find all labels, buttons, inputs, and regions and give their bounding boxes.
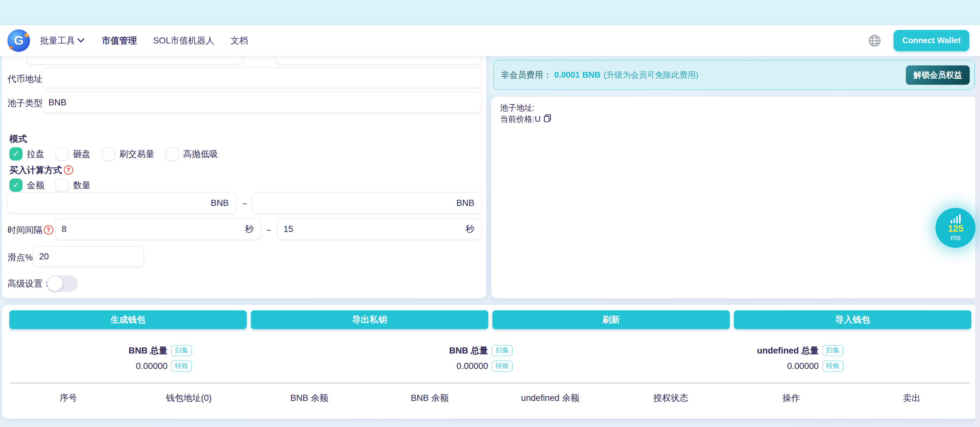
amount-min-field[interactable] xyxy=(7,192,236,214)
settings-panel: 代币地址 池子类型 模式 ✓ 拉盘 ✓ 砸盘 ✓ 刷交易量 ✓ 高抛低吸 xyxy=(2,37,486,298)
mode-option-label: 刷交易量 xyxy=(119,148,154,160)
nav-item-sol-bot[interactable]: SOL市值机器人 xyxy=(153,35,215,46)
buy-calc-title-text: 买入计算方式 xyxy=(10,164,62,176)
th-bnb-balance-2: BNB 余额 xyxy=(369,392,490,404)
amount-range-separator: ~ xyxy=(242,199,247,208)
pool-info-panel: 池子地址: 当前价格:U xyxy=(491,97,978,298)
unlock-membership-button[interactable]: 解锁会员权益 xyxy=(906,65,970,85)
help-icon[interactable]: ? xyxy=(64,165,73,175)
summary-value: 0.00000 xyxy=(457,361,488,371)
logo-dot xyxy=(10,46,13,49)
mode-option-label: 高抛低吸 xyxy=(183,148,218,160)
signal-bars-icon xyxy=(951,214,961,223)
transfer-button[interactable]: 转账 xyxy=(171,360,192,371)
amount-min-input[interactable]: BNB xyxy=(7,192,236,214)
slippage-input[interactable] xyxy=(33,246,144,267)
token-address-input[interactable] xyxy=(42,67,482,88)
th-index: 序号 xyxy=(8,392,129,404)
interval-min-field[interactable] xyxy=(55,219,261,240)
token-address-field[interactable] xyxy=(42,67,482,88)
th-bnb-balance-1: BNB 余额 xyxy=(249,392,369,404)
checkbox-icon[interactable]: ✓ xyxy=(165,147,179,160)
interval-min-input[interactable]: 秒 xyxy=(55,219,261,240)
buy-calc-option-quantity[interactable]: ✓ 数量 xyxy=(56,179,91,192)
amount-max-input[interactable]: BNB xyxy=(252,192,482,214)
interval-separator: ~ xyxy=(266,225,271,235)
batch-tools-menu[interactable]: 批量工具 xyxy=(40,35,84,46)
logo-dot xyxy=(24,33,29,38)
th-operation: 操作 xyxy=(731,392,852,404)
mode-option-swing[interactable]: ✓ 高抛低吸 xyxy=(165,147,218,160)
advanced-settings-label: 高级设置： xyxy=(7,278,51,289)
transfer-button[interactable]: 转账 xyxy=(822,360,843,371)
divider xyxy=(11,383,969,383)
buy-calc-options: ✓ 金额 ✓ 数量 xyxy=(10,179,102,192)
slippage-label: 滑点% xyxy=(7,252,33,263)
connect-wallet-button[interactable]: Connect Wallet xyxy=(894,30,969,51)
copy-icon[interactable] xyxy=(544,114,551,124)
checkbox-icon[interactable]: ✓ xyxy=(56,179,69,192)
app-logo[interactable]: G xyxy=(7,29,30,52)
wallet-action-buttons: 生成钱包 导出私钥 刷新 导入钱包 xyxy=(10,310,971,329)
nav-right: Connect Wallet xyxy=(869,30,969,51)
th-sell: 卖出 xyxy=(851,392,972,404)
nav-item-docs[interactable]: 文档 xyxy=(231,35,248,46)
amount-max-field[interactable] xyxy=(252,192,482,214)
wallets-panel: 生成钱包 导出私钥 刷新 导入钱包 BNB 总量 归集 0.00000 转账 B… xyxy=(2,305,978,419)
summary-title: BNB 总量 xyxy=(129,345,168,356)
collect-button[interactable]: 归集 xyxy=(822,345,843,356)
summary-title: undefined 总量 xyxy=(757,345,819,356)
chevron-down-icon xyxy=(77,38,84,43)
interval-max-input[interactable]: 秒 xyxy=(277,219,482,240)
top-nav: G 批量工具 市值管理 SOL市值机器人 文档 Connect Wallet xyxy=(0,25,980,56)
latency-value: 125 xyxy=(948,224,964,233)
language-globe-icon[interactable] xyxy=(869,35,881,47)
collect-button[interactable]: 归集 xyxy=(492,345,512,356)
th-wallet-address: 钱包地址(0) xyxy=(129,392,249,404)
latency-unit: ms xyxy=(951,233,961,241)
vertical-scrollbar[interactable] xyxy=(975,25,980,427)
pool-type-input[interactable] xyxy=(42,92,482,113)
buy-calc-option-label: 数量 xyxy=(73,179,91,191)
fee-label: 非会员费用： xyxy=(501,69,551,81)
summary-title: BNB 总量 xyxy=(449,345,488,356)
summary-bnb-2: BNB 总量 归集 0.00000 转账 xyxy=(449,345,512,371)
pool-type-field[interactable] xyxy=(42,92,482,113)
import-wallet-button[interactable]: 导入钱包 xyxy=(734,310,971,329)
top-background-strip xyxy=(0,0,980,25)
export-private-key-button[interactable]: 导出私钥 xyxy=(251,310,488,329)
interval-label: 时间间隔 ? xyxy=(7,224,53,236)
logo-letter: G xyxy=(14,35,24,47)
mode-option-label: 拉盘 xyxy=(27,148,44,160)
fee-banner: 非会员费用： 0.0001 BNB (升级为会员可免除此费用) 解锁会员权益 xyxy=(493,60,975,90)
summary-bnb-1: BNB 总量 归集 0.00000 转账 xyxy=(129,345,192,371)
page: 代币地址 池子类型 模式 ✓ 拉盘 ✓ 砸盘 ✓ 刷交易量 ✓ 高抛低吸 xyxy=(0,0,980,427)
checkbox-icon[interactable]: ✓ xyxy=(56,147,69,160)
summary-value: 0.00000 xyxy=(787,361,819,371)
pool-type-label: 池子类型 xyxy=(7,97,43,109)
advanced-settings-toggle[interactable] xyxy=(47,276,78,292)
latency-badge[interactable]: 125 ms xyxy=(935,208,975,248)
interval-max-field[interactable] xyxy=(277,219,482,240)
generate-wallet-button[interactable]: 生成钱包 xyxy=(10,310,247,329)
checkbox-icon[interactable]: ✓ xyxy=(102,147,115,160)
checkbox-icon[interactable]: ✓ xyxy=(10,147,22,160)
slippage-field[interactable] xyxy=(33,246,144,267)
fee-amount: 0.0001 BNB xyxy=(554,70,600,80)
collect-button[interactable]: 归集 xyxy=(171,345,192,356)
help-icon[interactable]: ? xyxy=(44,225,53,235)
th-undefined-balance: undefined 余额 xyxy=(490,392,611,404)
buy-calc-option-label: 金额 xyxy=(27,179,44,191)
mode-title: 模式 xyxy=(10,133,27,145)
refresh-button[interactable]: 刷新 xyxy=(492,310,730,329)
checkbox-icon[interactable]: ✓ xyxy=(10,179,22,192)
interval-label-text: 时间间隔 xyxy=(7,224,43,236)
transfer-button[interactable]: 转账 xyxy=(492,360,512,371)
nav-item-market-cap[interactable]: 市值管理 xyxy=(102,35,137,46)
buy-calc-title: 买入计算方式 ? xyxy=(10,164,73,176)
mode-option-dump[interactable]: ✓ 砸盘 xyxy=(56,147,91,160)
buy-calc-option-amount[interactable]: ✓ 金额 xyxy=(10,179,45,192)
mode-option-pull[interactable]: ✓ 拉盘 xyxy=(10,147,45,160)
th-auth-status: 授权状态 xyxy=(611,392,731,404)
mode-option-volume[interactable]: ✓ 刷交易量 xyxy=(102,147,154,160)
